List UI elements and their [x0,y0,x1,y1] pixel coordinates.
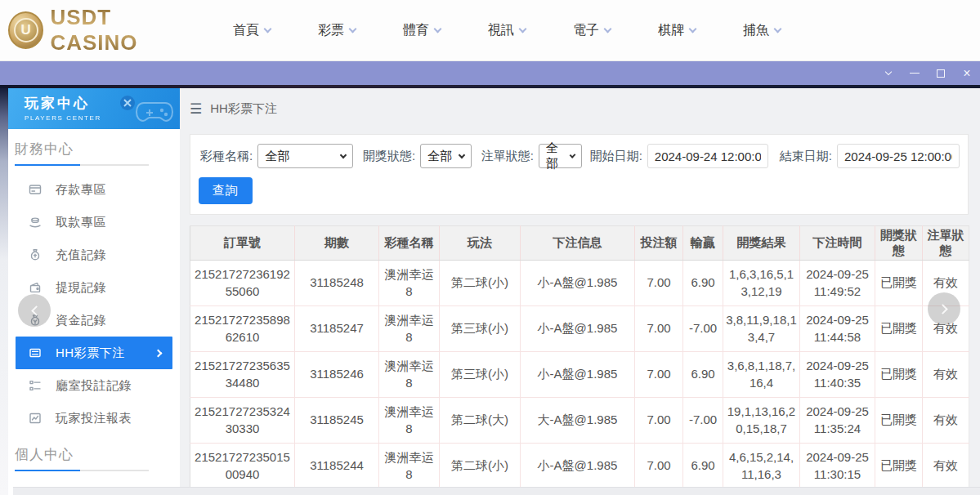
chevron-down-icon [264,25,272,33]
search-button[interactable]: 查詢 [199,177,253,204]
sidebar-item-取款專區[interactable]: 取款專區 [16,206,172,239]
table-cell: 2024-09-25 11:44:58 [800,306,875,352]
table-cell: 2024-09-25 11:35:24 [800,398,875,444]
scroll-right-button[interactable] [928,292,960,325]
end-date-input[interactable] [837,144,960,168]
table-cell: 7.00 [635,261,683,306]
table-cell: 19,1,13,16,20,15,18,7 [723,398,800,444]
order-status-value: 全部 [546,140,566,172]
page-title: HH彩票下注 [210,101,277,117]
nav-item[interactable]: 彩票 [298,22,376,39]
table-cell: 第二球(小) [440,444,521,489]
table-cell: 2152172723619255060 [190,261,295,306]
table-cell: 2024-09-25 11:40:35 [800,352,875,398]
table-cell: 2024-09-25 11:49:52 [800,261,875,306]
table-cell: 7.00 [635,398,683,444]
table-cell: 小-A盤@1.985 [521,444,635,489]
nav-item[interactable]: 視訊 [468,22,546,39]
sidebar-item-廳室投註記錄[interactable]: 廳室投註記錄 [16,369,172,402]
sidebar-item-HH彩票下注[interactable]: HH彩票下注 [16,337,172,369]
table-cell: 小-A盤@1.985 [521,352,635,398]
chevron-down-icon [569,152,575,158]
lottery-name-value: 全部 [265,149,289,164]
nav-item[interactable]: 體育 [383,22,461,39]
nav-item[interactable]: 捕魚 [723,22,801,39]
table-cell: 3,8,11,9,18,13,4,7 [723,306,800,352]
table-row: 215217272361925506031185248澳洲幸运8第二球(小)小-… [190,261,969,306]
table-body: 215217272361925506031185248澳洲幸运8第二球(小)小-… [190,261,969,495]
recharge-record-icon [29,248,42,261]
table-row: 215217272356353448031185246澳洲幸运8第三球(小)小-… [190,352,969,398]
nav-item[interactable]: 首頁 [213,22,291,39]
draw-status-label: 開獎狀態: [363,149,415,164]
nav-item[interactable]: 棋牌 [638,22,716,39]
table-cell: 2152172723589862610 [190,306,295,352]
table-cell: 有效 [923,352,969,398]
chevron-down-icon [434,25,442,33]
table-cell: 2152172723501500940 [190,444,295,489]
lottery-name-select[interactable]: 全部 [257,144,353,168]
table-cell: 有效 [923,444,969,489]
nav-item-label: 體育 [403,22,429,39]
table-row: 215217272350150094031185244澳洲幸运8第二球(小)小-… [190,444,969,489]
lottery-bet-icon [29,346,42,359]
table-cell: 澳洲幸运8 [379,352,440,398]
logo-letter: U [14,18,38,42]
nav-item-label: 首頁 [233,22,259,39]
bets-table-wrap: 訂單號期數彩種名稱玩法下注信息投注額輸贏開獎結果下注時間開獎狀態注單狀態 215… [190,225,969,495]
column-header: 期數 [295,226,379,261]
sidebar-item-玩家投注報表[interactable]: 玩家投注報表 [16,402,172,435]
hamburger-icon[interactable]: ☰ [190,100,202,118]
sidebar-item-label: 存款專區 [56,182,106,198]
main-content: ☰ HH彩票下注 彩種名稱: 全部 開獎狀態: 全部 注單狀態: 全部 [180,88,980,495]
titlebar-collapse-icon[interactable] [875,61,902,85]
table-cell: 第二球(小) [440,261,521,306]
table-cell: 2024-09-25 11:30:15 [800,444,875,489]
withdrawal-record-icon [29,281,42,294]
horizontal-scrollbar[interactable] [13,487,980,495]
table-cell: -7.00 [683,306,723,352]
section-underline [15,470,149,471]
deposit-icon [29,183,42,196]
table-cell: 1,6,3,16,5,13,12,19 [723,261,800,306]
end-date-label: 結束日期: [780,149,832,164]
sidebar-item-充值記錄[interactable]: 充值記錄 [16,239,172,271]
sidebar-edge-decoration [0,88,8,495]
maximize-icon[interactable] [928,61,954,85]
section-title: 個人中心 [15,445,180,464]
chevron-right-icon [937,304,948,314]
filter-panel: 彩種名稱: 全部 開獎狀態: 全部 注單狀態: 全部 開始日期: 結束日期: [190,134,969,215]
table-cell: 2152172723532430330 [190,398,295,444]
collapse-sidebar-button[interactable] [18,294,51,327]
table-cell: 31185245 [295,398,379,444]
lottery-name-label: 彩種名稱: [200,149,253,164]
close-icon[interactable]: × [954,61,980,85]
sidebar-item-label: HH彩票下注 [56,346,125,361]
nav-item-label: 捕魚 [743,22,769,39]
chevron-down-icon [340,151,347,158]
table-cell: 澳洲幸运8 [379,306,440,352]
hall-bet-record-icon [29,379,42,392]
table-row: 215217272358986261031185247澳洲幸运8第三球(小)小-… [190,306,969,352]
chevron-down-icon [458,151,464,158]
table-cell: 已開獎 [875,261,923,306]
nav-item[interactable]: 電子 [553,22,631,39]
logo: U USDT CASINO [8,5,196,56]
column-header: 下注時間 [800,226,875,261]
nav-item-label: 彩票 [318,22,344,39]
table-cell: 4,6,15,2,14,11,16,3 [723,444,800,489]
main-nav: 首頁彩票體育視訊電子棋牌捕魚 [213,22,808,39]
table-cell: 31185248 [295,261,379,306]
sidebar-item-存款專區[interactable]: 存款專區 [16,173,172,206]
order-status-select[interactable]: 全部 [539,144,582,168]
table-cell: 31185244 [295,444,379,489]
bets-table: 訂單號期數彩種名稱玩法下注信息投注額輸贏開獎結果下注時間開獎狀態注單狀態 215… [190,225,969,495]
nav-item-label: 棋牌 [658,22,684,39]
start-date-input[interactable] [647,144,768,168]
column-header: 注單狀態 [923,226,969,261]
chevron-right-icon [154,349,163,357]
draw-status-select[interactable]: 全部 [420,144,472,168]
table-cell: 澳洲幸运8 [379,261,440,306]
minimize-icon[interactable] [902,61,928,85]
table-cell: 7.00 [635,306,683,352]
